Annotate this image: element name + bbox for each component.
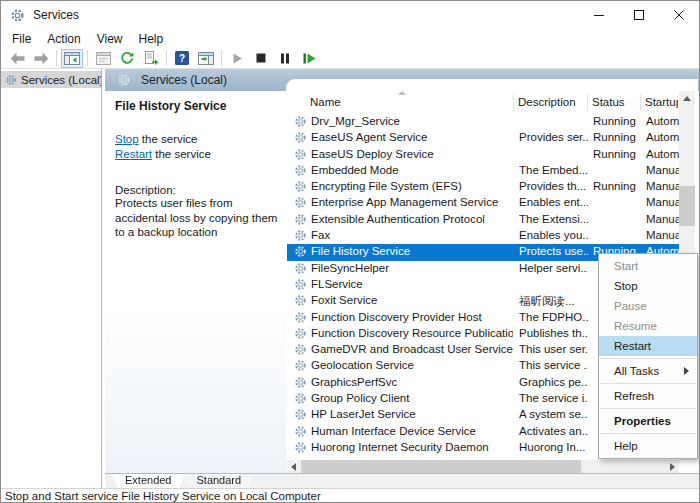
horizontal-scrollbar[interactable] xyxy=(287,460,679,473)
context-menu-item-refresh[interactable]: Refresh xyxy=(599,386,697,406)
stop-service-button[interactable] xyxy=(250,49,272,68)
service-description: A system se... xyxy=(519,408,588,420)
menu-view[interactable]: View xyxy=(89,30,131,48)
service-gear-icon xyxy=(294,180,307,193)
services-gear-icon xyxy=(117,73,131,87)
properties-button xyxy=(92,49,114,68)
service-description: The Extensi... xyxy=(519,213,588,225)
pause-service-button[interactable] xyxy=(274,49,296,68)
show-console-tree-button[interactable] xyxy=(61,49,83,68)
column-header-startup-type[interactable]: Startup Type xyxy=(645,96,678,108)
service-row[interactable]: EaseUS Agent ServiceProvides ser...Runni… xyxy=(287,130,679,146)
service-description: 福昕阅读... xyxy=(519,294,588,309)
restart-service-link[interactable]: Restart xyxy=(115,148,152,160)
toolbar: ? xyxy=(1,48,699,69)
context-menu-item-all-tasks[interactable]: All Tasks xyxy=(599,361,697,381)
forward-arrow-icon xyxy=(34,52,49,65)
column-header-name[interactable]: Name xyxy=(310,96,510,108)
stop-service-link[interactable]: Stop xyxy=(115,133,139,145)
menu-file[interactable]: File xyxy=(4,30,39,48)
restart-service-button[interactable] xyxy=(298,49,320,68)
column-header-status[interactable]: Status xyxy=(592,96,639,108)
menu-action[interactable]: Action xyxy=(39,30,88,48)
services-window: Services FileActionViewHelp ? Services (… xyxy=(0,0,700,503)
service-name: Encrypting File System (EFS) xyxy=(311,180,513,192)
service-row[interactable]: Extensible Authentication ProtocolThe Ex… xyxy=(287,212,679,228)
service-gear-icon xyxy=(294,213,307,226)
service-row[interactable]: EaseUS Deploy SreviceRunningAutomatic xyxy=(287,147,679,163)
context-menu-item-stop[interactable]: Stop xyxy=(599,276,697,296)
vertical-scrollbar-thumb[interactable] xyxy=(679,186,695,226)
column-divider[interactable] xyxy=(513,94,514,111)
export-list-icon xyxy=(144,51,159,65)
menu-help[interactable]: Help xyxy=(131,30,172,48)
arrow-up-icon xyxy=(683,96,691,101)
service-row[interactable]: Embedded ModeThe Embed...Manual xyxy=(287,163,679,179)
scroll-left-button[interactable] xyxy=(287,460,300,473)
close-button[interactable] xyxy=(659,1,699,29)
show-action-pane-button[interactable] xyxy=(195,49,217,68)
forward-arrow-button[interactable] xyxy=(30,49,52,68)
restart-service-suffix: the service xyxy=(152,148,211,160)
service-name: Extensible Authentication Protocol xyxy=(311,213,513,225)
service-description: The FDPHO... xyxy=(519,311,588,323)
service-name: FileSyncHelper xyxy=(311,262,513,274)
context-menu-item-properties[interactable]: Properties xyxy=(599,411,697,431)
view-tab-strip: ExtendedStandard xyxy=(105,473,700,488)
service-row[interactable]: Encrypting File System (EFS)Provides th.… xyxy=(287,179,679,195)
refresh-button[interactable] xyxy=(116,49,138,68)
minimize-button[interactable] xyxy=(579,1,619,29)
minimize-icon xyxy=(594,10,604,20)
service-startup-type: Manual xyxy=(646,180,679,192)
column-divider[interactable] xyxy=(640,94,641,111)
horizontal-scrollbar-thumb[interactable] xyxy=(301,460,581,473)
service-gear-icon xyxy=(294,343,307,356)
back-arrow-button[interactable] xyxy=(6,49,28,68)
service-description: The Embed... xyxy=(519,164,588,176)
column-header-description[interactable]: Description xyxy=(518,96,588,108)
service-name: GraphicsPerfSvc xyxy=(311,376,513,388)
context-menu-item-help[interactable]: Help xyxy=(599,436,697,456)
export-list-button[interactable] xyxy=(140,49,162,68)
context-menu-item-pause: Pause xyxy=(599,296,697,316)
tab-extended[interactable]: Extended xyxy=(111,474,185,488)
svg-text:?: ? xyxy=(179,53,185,64)
title-bar: Services xyxy=(1,1,699,29)
context-menu-separator xyxy=(600,358,696,359)
tree-item-services-local[interactable]: Services (Local) xyxy=(1,71,101,88)
properties-icon xyxy=(96,52,111,65)
service-description: Provides ser... xyxy=(519,131,588,143)
context-menu-separator xyxy=(600,383,696,384)
tab-standard[interactable]: Standard xyxy=(182,474,255,488)
scroll-right-button[interactable] xyxy=(666,460,679,473)
service-name: Fax xyxy=(311,229,513,241)
service-description: This user ser... xyxy=(519,343,588,355)
service-startup-type: Manual xyxy=(646,213,679,225)
tree-item-label: Services (Local) xyxy=(21,74,101,86)
service-row[interactable]: Drv_Mgr_ServiceRunningAutomatic xyxy=(287,114,679,130)
service-startup-type: Manual xyxy=(646,229,679,241)
service-gear-icon xyxy=(294,131,307,144)
service-gear-icon xyxy=(294,327,307,340)
service-description: Enables you... xyxy=(519,229,588,241)
refresh-icon xyxy=(120,51,134,65)
service-action-links: Stop the service Restart the service xyxy=(115,132,276,162)
toolbar-separator xyxy=(166,50,167,66)
scroll-up-button[interactable] xyxy=(679,91,695,106)
description-text: Protects user files from accidental loss… xyxy=(115,196,283,240)
context-menu-item-restart[interactable]: Restart xyxy=(599,336,697,356)
service-row[interactable]: FaxEnables you...Manual xyxy=(287,228,679,244)
list-header: Name Description Status Startup Type xyxy=(286,91,678,114)
service-row[interactable]: Enterprise App Management ServiceEnables… xyxy=(287,195,679,211)
service-name: Function Discovery Provider Host xyxy=(311,311,513,323)
column-divider[interactable] xyxy=(587,94,588,111)
pause-service-icon xyxy=(280,53,290,64)
extended-info-panel: File History Service Stop the service Re… xyxy=(105,91,286,473)
services-gear-icon xyxy=(5,74,17,86)
help-icon: ? xyxy=(175,51,189,65)
maximize-button[interactable] xyxy=(619,1,659,29)
help-button[interactable]: ? xyxy=(171,49,193,68)
service-description: Provides th... xyxy=(519,180,588,192)
service-name: Geolocation Service xyxy=(311,359,513,371)
service-description: Activates an... xyxy=(519,425,588,437)
